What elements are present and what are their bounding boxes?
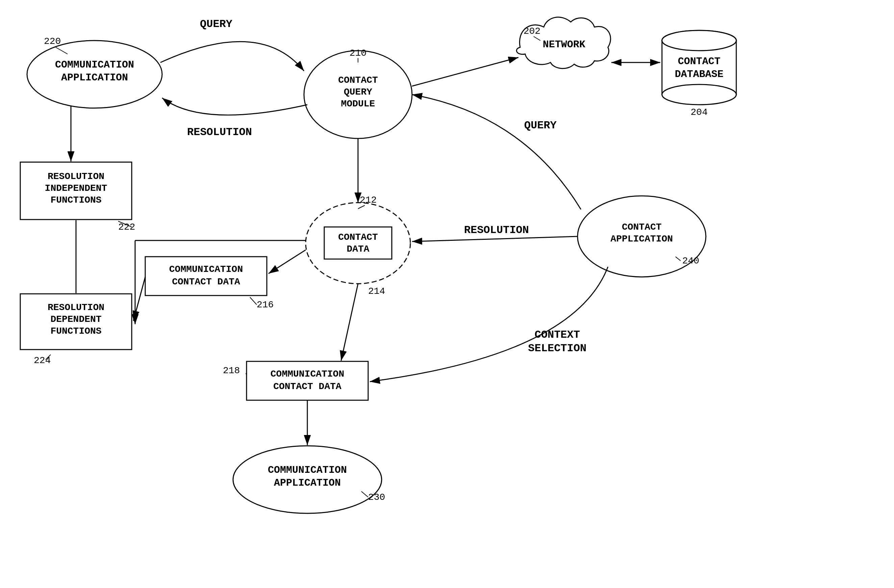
label-context-sel2: SELECTION — [528, 342, 587, 355]
edge-resolution-1 — [162, 98, 307, 115]
svg-text:FUNCTIONS: FUNCTIONS — [50, 326, 101, 336]
ref-230: 230 — [368, 492, 385, 503]
svg-text:CONTACT: CONTACT — [338, 232, 378, 242]
ref-212: 212 — [360, 195, 377, 206]
label-resolution-1: RESOLUTION — [187, 126, 252, 139]
ref-220: 220 — [44, 36, 61, 47]
svg-text:CONTACT DATA: CONTACT DATA — [273, 381, 341, 392]
svg-text:RESOLUTION: RESOLUTION — [48, 302, 104, 313]
svg-text:CONTACT: CONTACT — [678, 56, 720, 67]
svg-text:CONTACT DATA: CONTACT DATA — [172, 277, 240, 287]
svg-text:COMMUNICATION: COMMUNICATION — [169, 264, 243, 275]
label-context-sel: CONTEXT — [535, 329, 580, 341]
edge-resolution-2 — [412, 236, 578, 242]
svg-text:NETWORK: NETWORK — [543, 39, 585, 50]
edge-query-1 — [160, 42, 304, 71]
edge-query-2 — [412, 95, 581, 209]
comm-app-top-label: COMMUNICATION — [55, 59, 134, 71]
ref-202: 202 — [524, 26, 541, 36]
svg-text:APPLICATION: APPLICATION — [274, 477, 341, 489]
svg-line-25 — [250, 297, 257, 305]
edge-contactdata-commtop — [269, 250, 306, 274]
ref-216: 216 — [257, 299, 273, 310]
svg-point-6 — [662, 30, 736, 51]
svg-text:INDEPENDENT: INDEPENDENT — [45, 183, 107, 193]
label-query-2: QUERY — [524, 119, 557, 132]
ref-240: 240 — [682, 255, 699, 266]
label-resolution-2: RESOLUTION — [464, 224, 529, 236]
contact-db-node: CONTACT DATABASE — [662, 30, 736, 105]
comm-contact-data-top-node — [145, 257, 267, 296]
edge-query-network — [412, 57, 518, 86]
edge-context-sel — [370, 267, 608, 382]
svg-text:APPLICATION: APPLICATION — [611, 234, 673, 244]
comm-contact-data-bot-node — [246, 361, 368, 400]
svg-text:QUERY: QUERY — [344, 87, 372, 97]
comm-app-top-label2: APPLICATION — [61, 72, 128, 83]
svg-text:CONTACT: CONTACT — [338, 75, 378, 85]
svg-text:COMMUNICATION: COMMUNICATION — [268, 464, 347, 476]
ref-222: 222 — [118, 222, 135, 232]
svg-text:DEPENDENT: DEPENDENT — [50, 314, 101, 325]
svg-text:RESOLUTION: RESOLUTION — [48, 171, 104, 182]
svg-text:CONTACT: CONTACT — [622, 222, 661, 232]
edge-contactdata-commbot — [341, 284, 358, 361]
diagram-container: COMMUNICATION APPLICATION 220 NETWORK 20… — [0, 0, 894, 588]
ref-204: 204 — [691, 107, 708, 118]
network-node: NETWORK — [516, 17, 610, 68]
label-query-1: QUERY — [200, 18, 233, 30]
ref-210: 210 — [350, 48, 367, 59]
svg-text:FUNCTIONS: FUNCTIONS — [50, 195, 101, 206]
ref-218: 218 — [223, 366, 240, 376]
svg-text:MODULE: MODULE — [341, 98, 375, 109]
svg-text:DATABASE: DATABASE — [675, 68, 723, 80]
svg-text:COMMUNICATION: COMMUNICATION — [270, 369, 344, 379]
ref-214: 214 — [368, 286, 385, 296]
svg-text:DATA: DATA — [347, 244, 369, 254]
svg-point-5 — [662, 85, 736, 105]
